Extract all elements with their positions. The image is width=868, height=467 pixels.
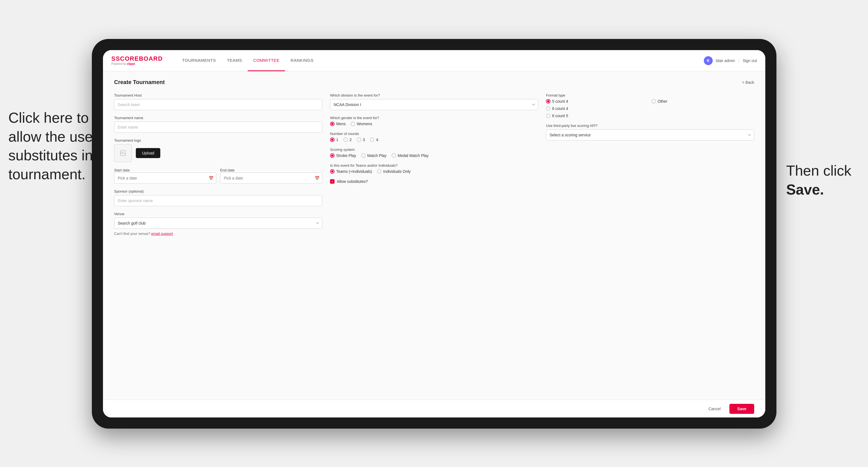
teams-plus-individuals[interactable]: Teams (+Individuals) xyxy=(330,169,372,174)
nav-rankings[interactable]: RANKINGS xyxy=(285,50,319,71)
cancel-button[interactable]: Cancel xyxy=(704,404,725,413)
tournament-name-label: Tournament name xyxy=(114,116,322,120)
gender-mens-label: Mens xyxy=(336,122,346,126)
rounds-4-radio[interactable] xyxy=(370,137,374,142)
start-date-input[interactable] xyxy=(114,173,216,184)
rounds-2[interactable]: 2 xyxy=(343,137,352,142)
scoring-medal-radio[interactable] xyxy=(392,153,396,158)
format-label: Format type xyxy=(546,93,754,97)
date-row: Start date 📅 End date 📅 xyxy=(114,167,322,184)
form-col-1: Tournament Host Tournament name Tourname… xyxy=(114,93,322,236)
tournament-name-group: Tournament name xyxy=(114,116,322,133)
sponsor-label: Sponsor (optional) xyxy=(114,189,322,193)
form-col-3: Format type 5 count 4 Other xyxy=(546,93,754,141)
rounds-1[interactable]: 1 xyxy=(330,137,338,142)
division-select[interactable]: NCAA Division I xyxy=(330,99,538,110)
gender-mens[interactable]: Mens xyxy=(330,122,346,126)
email-support-link[interactable]: email support xyxy=(151,231,173,236)
nav-teams[interactable]: TEAMS xyxy=(221,50,248,71)
third-party-label: Use third-party live scoring API? xyxy=(546,124,754,128)
dates-group: Start date 📅 End date 📅 xyxy=(114,167,322,184)
rounds-label: Number of rounds xyxy=(330,132,538,136)
tournament-name-input[interactable] xyxy=(114,122,322,133)
annotation-right-text: Then clickSave. xyxy=(786,162,851,197)
scoring-stroke-label: Stroke Play xyxy=(336,153,356,158)
gender-womens-radio[interactable] xyxy=(351,122,355,126)
format-6count4-label: 6 count 4 xyxy=(552,106,568,111)
rounds-4[interactable]: 4 xyxy=(370,137,378,142)
individuals-only-label: Individuals Only xyxy=(383,169,411,174)
format-6count5-radio[interactable] xyxy=(546,114,551,118)
nav-tournaments[interactable]: TOURNAMENTS xyxy=(177,50,221,71)
scoring-stroke-radio[interactable] xyxy=(330,153,335,158)
rounds-group: Number of rounds 1 2 xyxy=(330,132,538,142)
gender-radio-group: Mens Womens xyxy=(330,122,538,126)
gender-womens-label: Womens xyxy=(357,122,372,126)
scoring-match[interactable]: Match Play xyxy=(361,153,386,158)
teams-plus-radio[interactable] xyxy=(330,169,335,174)
page-title: Create Tournament xyxy=(114,79,165,86)
venue-select[interactable]: Search golf club xyxy=(114,218,322,229)
start-date-label: Start date xyxy=(114,168,130,172)
logo-brand: clippd xyxy=(127,62,135,65)
scoring-medal[interactable]: Medal Match Play xyxy=(392,153,429,158)
individuals-only-radio[interactable] xyxy=(377,169,381,174)
page-footer: Cancel Save xyxy=(103,400,765,417)
nav-user: B blair admin | Sign out xyxy=(704,56,757,65)
cant-find-text: Can't find your venue? email support xyxy=(114,231,322,236)
sponsor-group: Sponsor (optional) xyxy=(114,189,322,206)
teams-radio-group: Teams (+Individuals) Individuals Only xyxy=(330,169,538,174)
gender-womens[interactable]: Womens xyxy=(351,122,372,126)
rounds-1-radio[interactable] xyxy=(330,137,335,142)
tournament-logo-label: Tournament logo xyxy=(114,138,322,143)
tournament-logo-group: Tournament logo Upload xyxy=(114,138,322,162)
substitutes-checkbox[interactable]: ✓ xyxy=(330,179,335,184)
start-date-group: Start date 📅 xyxy=(114,167,216,184)
end-date-label: End date xyxy=(220,168,235,172)
individuals-only[interactable]: Individuals Only xyxy=(377,169,411,174)
page-content: Create Tournament < Back Tournament Host… xyxy=(103,71,765,400)
back-link[interactable]: < Back xyxy=(742,80,754,85)
end-date-input[interactable] xyxy=(220,173,322,184)
format-6count4[interactable]: 6 count 4 xyxy=(546,106,649,111)
format-options: 5 count 4 Other 6 count 4 xyxy=(546,99,754,118)
logo-area: SSCOREBOARD Powered by clippd xyxy=(111,56,163,65)
rounds-2-radio[interactable] xyxy=(343,137,348,142)
gender-group: Which gender is the event for? Mens Wome… xyxy=(330,116,538,126)
teams-label: Is this event for Teams and/or Individua… xyxy=(330,163,538,167)
scoring-service-select[interactable]: Select a scoring service xyxy=(546,129,754,141)
rounds-3-radio[interactable] xyxy=(357,137,361,142)
format-5count4[interactable]: 5 count 4 xyxy=(546,99,649,103)
scoring-stroke[interactable]: Stroke Play xyxy=(330,153,356,158)
tournament-host-input[interactable] xyxy=(114,99,322,110)
scoring-radio-group: Stroke Play Match Play Medal Match Play xyxy=(330,153,538,158)
nav-sign-out[interactable]: Sign out xyxy=(743,58,757,63)
rounds-4-label: 4 xyxy=(376,137,378,142)
logo-powered: Powered by clippd xyxy=(111,62,163,65)
nav-avatar: B xyxy=(704,56,713,65)
rounds-3[interactable]: 3 xyxy=(357,137,365,142)
gender-label: Which gender is the event for? xyxy=(330,116,538,120)
navigation: SSCOREBOARD Powered by clippd TOURNAMENT… xyxy=(103,50,765,71)
format-5count4-radio[interactable] xyxy=(546,99,551,103)
venue-label: Venue xyxy=(114,212,322,216)
rounds-radio-group: 1 2 3 4 xyxy=(330,137,538,142)
upload-button[interactable]: Upload xyxy=(136,148,160,158)
scoring-group: Scoring system Stroke Play Match Play xyxy=(330,148,538,158)
page-header: Create Tournament < Back xyxy=(114,79,754,86)
substitutes-checkbox-item[interactable]: ✓ Allow substitutes? xyxy=(330,179,538,184)
logo-accent: S xyxy=(111,55,116,62)
format-other-radio[interactable] xyxy=(651,99,656,103)
sponsor-input[interactable] xyxy=(114,195,322,206)
tablet-screen: SSCOREBOARD Powered by clippd TOURNAMENT… xyxy=(103,50,765,417)
form-col-2: Which division is the event for? NCAA Di… xyxy=(330,93,538,184)
format-other[interactable]: Other xyxy=(651,99,754,103)
scoring-match-radio[interactable] xyxy=(361,153,366,158)
gender-mens-radio[interactable] xyxy=(330,122,335,126)
end-date-group: End date 📅 xyxy=(220,167,322,184)
format-6count4-radio[interactable] xyxy=(546,106,551,111)
format-6count5[interactable]: 6 count 5 xyxy=(546,114,649,118)
teams-plus-label: Teams (+Individuals) xyxy=(336,169,372,174)
nav-committee[interactable]: COMMITTEE xyxy=(248,50,285,71)
save-button[interactable]: Save xyxy=(730,404,754,414)
